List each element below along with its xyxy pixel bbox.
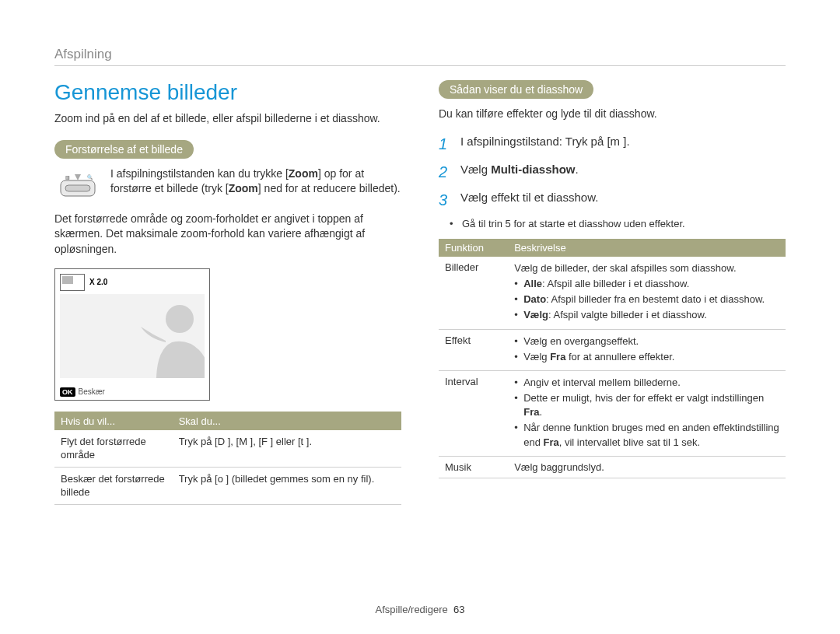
intro-text: Zoom ind på en del af et billede, eller … bbox=[54, 111, 401, 126]
footer-section-label: Afspille/redigere bbox=[376, 604, 448, 615]
step-text: Vælg effekt til et diasshow. bbox=[460, 189, 598, 211]
svg-text:▥: ▥ bbox=[65, 175, 70, 180]
crop-label: Beskær bbox=[79, 387, 105, 396]
section-pill-zoom: Forstørrelse af et billede bbox=[54, 140, 194, 159]
step-number: 3 bbox=[439, 189, 453, 211]
func-th-2: Beskrivelse bbox=[508, 239, 786, 257]
zoom-preview-screen: X 2.0 OK Beskær bbox=[54, 268, 210, 401]
slideshow-intro: Du kan tilføre effekter og lyde til dit … bbox=[439, 107, 786, 122]
step-number: 1 bbox=[439, 133, 453, 155]
zoom-rocker-icon: ▥ 🔍 bbox=[54, 166, 101, 201]
func-label: Billeder bbox=[439, 257, 508, 329]
func-th-1: Funktion bbox=[439, 239, 508, 257]
breadcrumb: Afspilning bbox=[54, 47, 786, 66]
step-bullet-list: Gå til trin 5 for at starte et diasshow … bbox=[439, 217, 786, 231]
svg-point-4 bbox=[166, 305, 194, 333]
func-label: Effekt bbox=[439, 329, 508, 370]
functions-table: Funktion Beskrivelse Billeder Vælg de bi… bbox=[439, 239, 786, 478]
list-item: Gå til trin 5 for at starte et diasshow … bbox=[454, 217, 786, 231]
func-desc: Vælg de billeder, der skal afspilles som… bbox=[508, 257, 786, 329]
func-label: Interval bbox=[439, 370, 508, 456]
svg-rect-1 bbox=[65, 185, 90, 191]
step-text: Vælg Multi-diasshow. bbox=[460, 161, 579, 183]
func-label: Musik bbox=[439, 456, 508, 478]
step-text: I afspilningstilstand: Tryk på [m ]. bbox=[460, 133, 630, 155]
preview-thumbnail-icon bbox=[60, 274, 85, 291]
actions-th-1: Hvis du vil... bbox=[54, 412, 173, 430]
table-cell: Flyt det forstørrede område bbox=[54, 430, 173, 468]
page-number: 63 bbox=[453, 604, 464, 615]
func-desc: Angiv et interval mellem billederne. Det… bbox=[508, 370, 786, 456]
actions-th-2: Skal du... bbox=[173, 412, 401, 430]
left-column: Gennemse billeder Zoom ind på en del af … bbox=[54, 80, 401, 505]
page-footer: Afspille/redigere 63 bbox=[0, 604, 840, 615]
table-cell: Beskær det forstørrede billede bbox=[54, 467, 173, 504]
ok-badge: OK bbox=[60, 387, 75, 397]
zoom-explanation: Det forstørrede område og zoom-forholdet… bbox=[54, 212, 401, 257]
table-cell: Tryk på [o ] (billedet gemmes som en ny … bbox=[173, 467, 401, 504]
func-desc: Vælg en overgangseffekt. Vælg Fra for at… bbox=[508, 329, 786, 370]
table-cell: Tryk på [D ], [M ], [F ] eller [t ]. bbox=[173, 430, 401, 468]
silhouette-icon bbox=[125, 296, 205, 378]
section-pill-slideshow: Sådan viser du et diasshow bbox=[439, 80, 593, 99]
step-number: 2 bbox=[439, 161, 453, 183]
svg-text:🔍: 🔍 bbox=[87, 174, 93, 180]
zoom-instruction-text: I afspilningstilstanden kan du trykke [Z… bbox=[110, 166, 401, 201]
step-2: 2 Vælg Multi-diasshow. bbox=[439, 161, 786, 183]
right-column: Sådan viser du et diasshow Du kan tilfør… bbox=[439, 80, 786, 505]
step-3: 3 Vælg effekt til et diasshow. bbox=[439, 189, 786, 211]
zoom-level-label: X 2.0 bbox=[89, 278, 107, 286]
func-desc: Vælg baggrundslyd. bbox=[508, 456, 786, 478]
content-columns: Gennemse billeder Zoom ind på en del af … bbox=[54, 80, 786, 505]
step-1: 1 I afspilningstilstand: Tryk på [m ]. bbox=[439, 133, 786, 155]
actions-table: Hvis du vil... Skal du... Flyt det forst… bbox=[54, 412, 401, 505]
page-title: Gennemse billeder bbox=[54, 80, 401, 105]
